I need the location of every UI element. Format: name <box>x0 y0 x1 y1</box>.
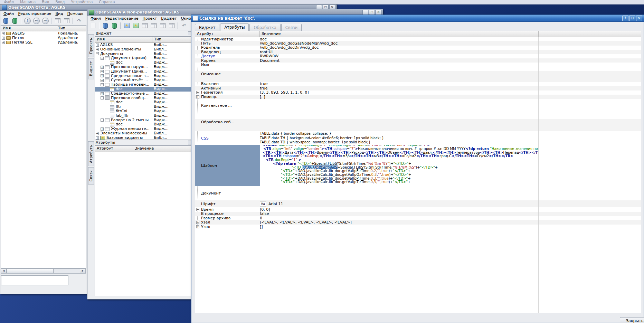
tree-row[interactable]: +ПетляУдалённа: <box>1 36 86 40</box>
attr-row[interactable]: +Время[0, 0] <box>195 207 641 211</box>
expander-icon[interactable]: + <box>2 41 5 44</box>
menu-item[interactable]: Справка <box>96 0 118 4</box>
exec-icon[interactable] <box>89 22 97 30</box>
tree-row[interactable]: −Рапорт на 2 сменыВидж... <box>95 118 192 123</box>
attr-row[interactable]: Идентификаторdoc <box>195 37 641 41</box>
attr-row[interactable]: Родитель/wlb_doc/wdg_docDin/wdg_doc <box>195 46 641 50</box>
tab-Виджет[interactable]: Виджет <box>195 24 219 31</box>
menu-item[interactable]: Файл <box>1 0 17 4</box>
maximize-icon[interactable] <box>629 16 635 21</box>
tree-row[interactable]: docВидж... <box>95 87 192 92</box>
widget-del-icon[interactable] <box>150 22 158 30</box>
db-save-icon[interactable] <box>110 22 119 30</box>
expander-icon[interactable]: + <box>101 66 104 69</box>
expander-icon[interactable]: − <box>101 118 104 122</box>
widget-props-icon[interactable] <box>159 22 167 30</box>
nav-up-icon[interactable]: ↑ <box>23 17 31 25</box>
tree-row[interactable]: fltrColВидж... <box>95 109 192 114</box>
tree-row[interactable]: +Петля SSLУдалённа: <box>1 40 86 45</box>
tree-row[interactable]: +Среднесуточные ...Видж... <box>95 92 192 96</box>
redo-icon[interactable]: ↷ <box>75 17 83 25</box>
tree-row[interactable]: +Основные элементыБибл... <box>95 47 192 52</box>
tree-row[interactable]: +Среднечасовые з...Видж... <box>95 74 192 78</box>
menu-item[interactable]: Редактирование <box>103 16 140 21</box>
column-header-name[interactable]: Имя <box>95 37 152 42</box>
expander-icon[interactable]: + <box>101 79 104 82</box>
expander-icon[interactable]: + <box>96 48 99 51</box>
attr-row[interactable]: Активныйtrue <box>195 86 641 90</box>
attr-row[interactable]: +Узол[] <box>195 225 641 229</box>
expander-icon[interactable]: − <box>101 96 104 99</box>
scroll-left-icon[interactable] <box>1 269 7 273</box>
new-widget-icon[interactable] <box>132 22 140 30</box>
attr-row[interactable]: Документ <box>195 190 641 200</box>
expander-icon[interactable]: + <box>96 132 99 135</box>
attr-row[interactable]: Владелецroot:UI <box>195 50 641 54</box>
attr-row[interactable]: Размер архива0 <box>195 216 641 220</box>
scroll-right-icon[interactable] <box>80 269 85 273</box>
column-header-value[interactable]: Значение <box>260 31 539 37</box>
expander-icon[interactable]: − <box>101 83 104 86</box>
attr-row[interactable]: Обработка соб... <box>195 119 641 131</box>
attr-row[interactable]: ШрифтAaArial 11 <box>195 200 641 207</box>
side-tab-Виджет[interactable]: Виджет <box>88 58 94 79</box>
attr-row[interactable]: Контекстное ... <box>195 102 641 117</box>
attr-row[interactable]: КореньDocument <box>195 58 641 63</box>
tree-row[interactable]: −Протокол сообщ...Видж... <box>95 96 192 101</box>
menu-item[interactable]: Виджет <box>159 16 179 21</box>
expander-icon[interactable]: + <box>101 92 104 95</box>
tree-row[interactable]: docВидж... <box>95 60 192 65</box>
expander-icon[interactable]: + <box>196 208 199 211</box>
menu-item[interactable]: Устройства <box>68 0 96 4</box>
widget-add-icon[interactable] <box>141 22 149 30</box>
close-button[interactable]: Закрыть <box>620 317 644 323</box>
help-icon[interactable] <box>622 16 628 21</box>
attr-row[interactable]: +Узел[<EVAL>, <EVAL>, <EVAL>, <EVAL>, <E… <box>195 220 641 224</box>
column-header-type[interactable]: Тип <box>152 37 192 42</box>
menu-item[interactable]: Файл <box>88 16 103 21</box>
tree-row[interactable]: +AGLKSБибл... <box>95 43 192 47</box>
nav-back-icon[interactable]: ← <box>32 17 40 25</box>
item-add-icon[interactable] <box>54 17 62 25</box>
close-icon[interactable] <box>376 10 381 15</box>
tree-row[interactable]: +Суточный отчёт ...Видж... <box>95 78 192 83</box>
column-header-name[interactable]: Имя <box>1 26 56 31</box>
menu-item[interactable]: Помощь <box>65 11 86 16</box>
expander-icon[interactable]: + <box>2 37 5 40</box>
side-tab-Связи[interactable]: Связи <box>88 167 94 184</box>
menu-item[interactable]: Вид <box>53 11 65 16</box>
tab-Атрибуты[interactable]: Атрибуты <box>220 23 249 31</box>
tree-row[interactable]: +Базовые виджетыБибл... <box>95 136 192 140</box>
expander-icon[interactable]: + <box>196 225 199 228</box>
maximize-icon[interactable] <box>369 10 375 15</box>
menu-item[interactable]: Вид <box>39 0 52 4</box>
tree-row[interactable]: docВидж... <box>95 100 192 105</box>
nav-forward-icon[interactable]: → <box>41 17 49 25</box>
menu-item[interactable]: Ввод <box>53 0 68 4</box>
attr-row[interactable]: +Геометрия[3, 3, 893, 593, 1, 1, 0, 0] <box>195 91 641 95</box>
tree-row[interactable]: fltrВидж... <box>95 105 192 109</box>
side-tab-Проекты[interactable]: Проекты <box>88 34 94 57</box>
tree-row[interactable]: +Протокол наруш...Видж... <box>95 65 192 69</box>
tree-row[interactable]: −Таблица мгновен...Видж... <box>95 83 192 87</box>
minimize-icon[interactable] <box>362 10 368 15</box>
item-edit-icon[interactable] <box>63 17 71 25</box>
expander-icon[interactable]: − <box>96 52 99 55</box>
expander-icon[interactable]: + <box>101 74 104 77</box>
side-tab-Атрибуты[interactable]: Атрибуты <box>88 141 94 166</box>
attr-row[interactable]: CSSTABLE.data { border-collapse: collaps… <box>195 131 641 145</box>
db-load-icon[interactable] <box>2 17 10 25</box>
tree-row[interactable]: lab_fltrВидж... <box>95 114 192 118</box>
widget-edit-icon[interactable] <box>168 22 176 30</box>
close-icon[interactable] <box>636 16 642 21</box>
expander-icon[interactable]: + <box>196 221 199 224</box>
attr-row[interactable]: ДоступRWRWRW <box>195 54 641 58</box>
scrollbar-thumb[interactable] <box>7 269 54 273</box>
menu-item[interactable]: Машина <box>17 0 39 4</box>
tree-row[interactable]: +Документ (дина...Видж... <box>95 69 192 74</box>
new-library-icon[interactable] <box>123 22 131 30</box>
column-header-value[interactable]: Значение <box>133 146 192 152</box>
db-load-icon[interactable] <box>101 22 110 30</box>
attr-row[interactable]: Шаблон<TABLE border="1" cellpadding="2" … <box>195 145 641 186</box>
undo-icon[interactable]: ↶ <box>180 22 188 30</box>
